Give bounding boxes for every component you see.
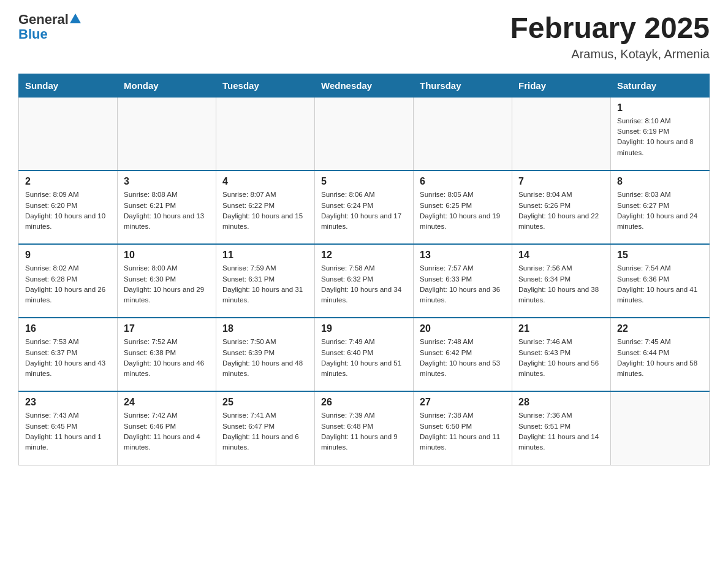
calendar-cell: 26Sunrise: 7:39 AMSunset: 6:48 PMDayligh… [315,391,414,465]
day-info: Sunrise: 8:03 AMSunset: 6:27 PMDaylight:… [617,190,703,232]
header-row: SundayMondayTuesdayWednesdayThursdayFrid… [19,74,710,97]
day-number: 27 [420,397,506,408]
calendar-cell [414,97,512,170]
page-header: General Blue February 2025 Aramus, Kotay… [18,12,710,61]
day-info: Sunrise: 7:41 AMSunset: 6:47 PMDaylight:… [222,410,308,453]
day-info: Sunrise: 7:46 AMSunset: 6:43 PMDaylight:… [518,337,604,379]
calendar-cell: 4Sunrise: 8:07 AMSunset: 6:22 PMDaylight… [216,170,315,244]
day-number: 23 [25,397,111,408]
header-cell-saturday: Saturday [611,74,710,97]
day-info: Sunrise: 8:06 AMSunset: 6:24 PMDaylight:… [321,190,407,232]
day-number: 7 [518,176,604,187]
day-number: 19 [321,323,407,334]
logo-blue-text: Blue [18,26,48,42]
calendar-cell: 9Sunrise: 8:02 AMSunset: 6:28 PMDaylight… [19,244,118,318]
day-number: 2 [25,176,111,187]
calendar-cell: 14Sunrise: 7:56 AMSunset: 6:34 PMDayligh… [512,244,611,318]
day-info: Sunrise: 7:36 AMSunset: 6:51 PMDaylight:… [518,410,604,453]
day-info: Sunrise: 8:00 AMSunset: 6:30 PMDaylight:… [124,263,210,305]
calendar-cell: 7Sunrise: 8:04 AMSunset: 6:26 PMDaylight… [512,170,611,244]
title-area: February 2025 Aramus, Kotayk, Armenia [510,12,710,61]
calendar-cell: 2Sunrise: 8:09 AMSunset: 6:20 PMDaylight… [19,170,118,244]
day-info: Sunrise: 7:48 AMSunset: 6:42 PMDaylight:… [420,337,506,379]
logo-triangle-icon [70,13,81,23]
day-number: 17 [124,323,210,334]
calendar-subtitle: Aramus, Kotayk, Armenia [510,47,710,61]
day-info: Sunrise: 7:52 AMSunset: 6:38 PMDaylight:… [124,337,210,379]
day-number: 24 [124,397,210,408]
logo-general-text: General [18,12,69,27]
calendar-cell: 3Sunrise: 8:08 AMSunset: 6:21 PMDaylight… [118,170,216,244]
calendar-cell: 6Sunrise: 8:05 AMSunset: 6:25 PMDaylight… [414,170,512,244]
calendar-cell: 13Sunrise: 7:57 AMSunset: 6:33 PMDayligh… [414,244,512,318]
header-cell-tuesday: Tuesday [216,74,315,97]
header-cell-friday: Friday [512,74,611,97]
day-info: Sunrise: 8:08 AMSunset: 6:21 PMDaylight:… [124,190,210,232]
calendar-cell: 12Sunrise: 7:58 AMSunset: 6:32 PMDayligh… [315,244,414,318]
week-row-5: 23Sunrise: 7:43 AMSunset: 6:45 PMDayligh… [19,391,710,465]
calendar-cell: 1Sunrise: 8:10 AMSunset: 6:19 PMDaylight… [611,97,710,170]
header-cell-sunday: Sunday [19,74,118,97]
calendar-cell [19,97,118,170]
calendar-cell [216,97,315,170]
calendar-header: SundayMondayTuesdayWednesdayThursdayFrid… [19,74,710,97]
day-number: 12 [321,250,407,261]
calendar-cell: 10Sunrise: 8:00 AMSunset: 6:30 PMDayligh… [118,244,216,318]
day-number: 22 [617,323,703,334]
week-row-3: 9Sunrise: 8:02 AMSunset: 6:28 PMDaylight… [19,244,710,318]
day-info: Sunrise: 7:59 AMSunset: 6:31 PMDaylight:… [222,263,308,305]
day-info: Sunrise: 7:57 AMSunset: 6:33 PMDaylight:… [420,263,506,305]
day-number: 13 [420,250,506,261]
day-number: 28 [518,397,604,408]
day-number: 25 [222,397,308,408]
day-number: 16 [25,323,111,334]
calendar-cell: 28Sunrise: 7:36 AMSunset: 6:51 PMDayligh… [512,391,611,465]
day-number: 3 [124,176,210,187]
calendar-cell: 25Sunrise: 7:41 AMSunset: 6:47 PMDayligh… [216,391,315,465]
day-number: 6 [420,176,506,187]
calendar-cell: 15Sunrise: 7:54 AMSunset: 6:36 PMDayligh… [611,244,710,318]
calendar-cell: 11Sunrise: 7:59 AMSunset: 6:31 PMDayligh… [216,244,315,318]
day-number: 4 [222,176,308,187]
week-row-2: 2Sunrise: 8:09 AMSunset: 6:20 PMDaylight… [19,170,710,244]
header-cell-thursday: Thursday [414,74,512,97]
calendar-body: 1Sunrise: 8:10 AMSunset: 6:19 PMDaylight… [19,97,710,465]
day-number: 11 [222,250,308,261]
day-info: Sunrise: 7:43 AMSunset: 6:45 PMDaylight:… [25,410,111,453]
header-cell-monday: Monday [118,74,216,97]
calendar-cell: 27Sunrise: 7:38 AMSunset: 6:50 PMDayligh… [414,391,512,465]
calendar-cell: 19Sunrise: 7:49 AMSunset: 6:40 PMDayligh… [315,318,414,391]
calendar-cell: 22Sunrise: 7:45 AMSunset: 6:44 PMDayligh… [611,318,710,391]
calendar-table: SundayMondayTuesdayWednesdayThursdayFrid… [18,74,710,465]
calendar-cell: 21Sunrise: 7:46 AMSunset: 6:43 PMDayligh… [512,318,611,391]
calendar-cell [118,97,216,170]
day-info: Sunrise: 7:58 AMSunset: 6:32 PMDaylight:… [321,263,407,305]
calendar-cell: 18Sunrise: 7:50 AMSunset: 6:39 PMDayligh… [216,318,315,391]
calendar-cell: 5Sunrise: 8:06 AMSunset: 6:24 PMDaylight… [315,170,414,244]
day-info: Sunrise: 7:56 AMSunset: 6:34 PMDaylight:… [518,263,604,305]
day-number: 10 [124,250,210,261]
calendar-cell [512,97,611,170]
day-info: Sunrise: 7:50 AMSunset: 6:39 PMDaylight:… [222,337,308,379]
header-cell-wednesday: Wednesday [315,74,414,97]
day-info: Sunrise: 8:04 AMSunset: 6:26 PMDaylight:… [518,190,604,232]
day-info: Sunrise: 7:45 AMSunset: 6:44 PMDaylight:… [617,337,703,379]
day-number: 21 [518,323,604,334]
day-info: Sunrise: 8:09 AMSunset: 6:20 PMDaylight:… [25,190,111,232]
calendar-cell: 16Sunrise: 7:53 AMSunset: 6:37 PMDayligh… [19,318,118,391]
week-row-1: 1Sunrise: 8:10 AMSunset: 6:19 PMDaylight… [19,97,710,170]
day-info: Sunrise: 8:07 AMSunset: 6:22 PMDaylight:… [222,190,308,232]
day-number: 15 [617,250,703,261]
calendar-cell [611,391,710,465]
calendar-cell: 23Sunrise: 7:43 AMSunset: 6:45 PMDayligh… [19,391,118,465]
day-info: Sunrise: 7:54 AMSunset: 6:36 PMDaylight:… [617,263,703,305]
day-number: 8 [617,176,703,187]
day-number: 26 [321,397,407,408]
day-number: 1 [617,102,703,113]
day-info: Sunrise: 7:53 AMSunset: 6:37 PMDaylight:… [25,337,111,379]
day-info: Sunrise: 7:49 AMSunset: 6:40 PMDaylight:… [321,337,407,379]
calendar-cell: 20Sunrise: 7:48 AMSunset: 6:42 PMDayligh… [414,318,512,391]
day-info: Sunrise: 7:39 AMSunset: 6:48 PMDaylight:… [321,410,407,453]
day-info: Sunrise: 8:10 AMSunset: 6:19 PMDaylight:… [617,116,703,158]
day-number: 18 [222,323,308,334]
